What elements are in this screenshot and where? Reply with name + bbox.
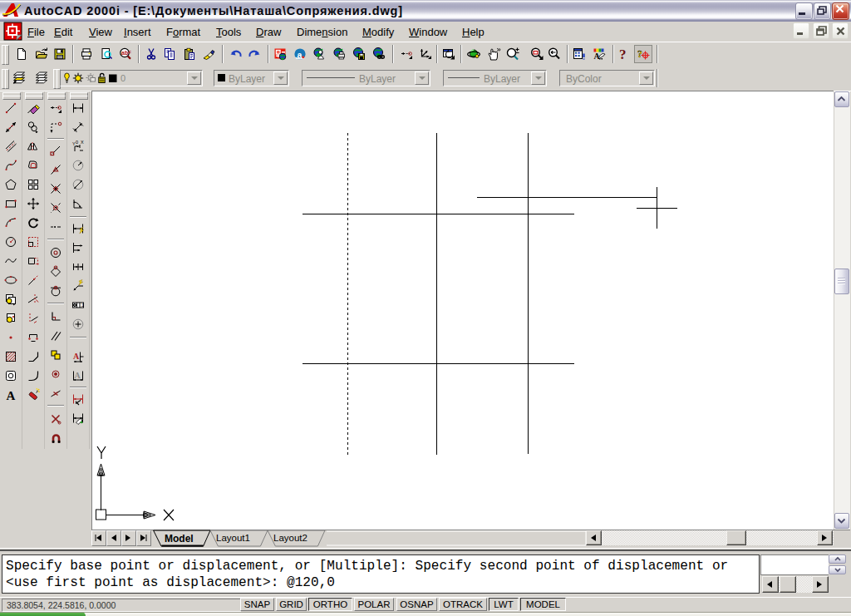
svg-text:.1: .1 xyxy=(81,303,84,308)
svg-text:?: ? xyxy=(637,48,642,60)
svg-text:X: X xyxy=(81,140,84,145)
svg-text:A: A xyxy=(73,352,80,361)
svg-text:c: c xyxy=(129,49,132,54)
svg-text:ab: ab xyxy=(121,50,128,56)
svg-text:A: A xyxy=(75,371,81,380)
svg-text:?: ? xyxy=(619,47,627,62)
svg-text:Model: Model xyxy=(165,533,194,545)
svg-text:Layout1: Layout1 xyxy=(216,533,250,543)
svg-text:A: A xyxy=(7,389,16,402)
svg-text:a: a xyxy=(298,50,303,60)
svg-text:0: 0 xyxy=(76,140,78,145)
svg-text:Layout2: Layout2 xyxy=(273,533,307,543)
